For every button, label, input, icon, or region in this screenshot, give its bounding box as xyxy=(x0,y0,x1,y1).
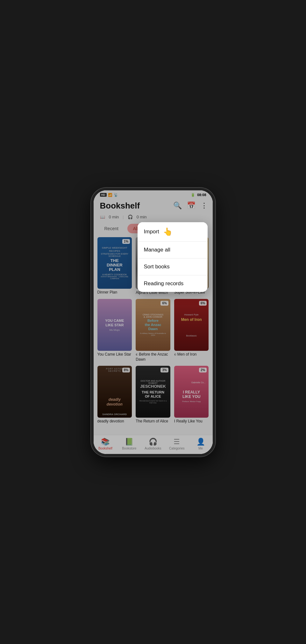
sort-books-label: Sort books xyxy=(144,264,170,270)
menu-item-reading-records[interactable]: Reading records xyxy=(138,275,208,292)
menu-item-manage-all[interactable]: Manage all xyxy=(138,242,208,258)
menu-item-import[interactable]: Import 👆 xyxy=(138,222,208,242)
import-label: Import xyxy=(144,229,159,235)
cursor-pointer-icon: 👆 xyxy=(163,227,173,236)
manage-all-label: Manage all xyxy=(144,247,170,253)
menu-item-sort-books[interactable]: Sort books xyxy=(138,258,208,275)
dropdown-menu: Import 👆 Manage all Sort books Reading r… xyxy=(138,222,208,292)
reading-records-label: Reading records xyxy=(144,280,184,287)
